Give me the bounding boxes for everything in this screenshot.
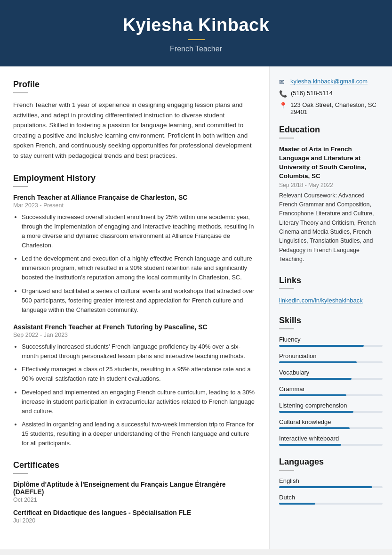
languages-title: Languages xyxy=(279,457,383,467)
phone-text: (516) 518-5114 xyxy=(291,90,333,97)
education-section: Education Master of Arts in French Langu… xyxy=(279,125,383,264)
skills-divider xyxy=(279,328,294,329)
address-text: 123 Oak Street, Charleston, SC 29401 xyxy=(290,101,383,115)
job-title-2: Assistant French Teacher at French Tutor… xyxy=(13,323,256,331)
links-divider xyxy=(279,288,294,289)
language-label: English xyxy=(279,477,383,484)
certificates-section: Certificates Diplôme d'Aptitude à l'Ense… xyxy=(13,460,256,524)
bullet: Successfully increased overall student e… xyxy=(22,212,256,251)
language-bar-fill xyxy=(279,486,372,488)
skill-bar-background xyxy=(279,444,383,446)
linkedin-link[interactable]: linkedin.com/in/kyieshakinback xyxy=(279,297,363,304)
cert-date-1: Oct 2021 xyxy=(13,497,256,503)
edu-date: Sep 2018 - May 2022 xyxy=(279,182,383,188)
skill-bar-fill xyxy=(279,378,352,380)
job-date-1: Mar 2023 - Present xyxy=(13,202,256,209)
bullet: Developed and implemented an engaging Fr… xyxy=(22,388,256,416)
job-item: Assistant French Teacher at French Tutor… xyxy=(13,323,256,448)
education-title: Education xyxy=(279,125,383,135)
skill-bar-background xyxy=(279,378,383,380)
skill-label: Pronunciation xyxy=(279,352,383,359)
languages-divider xyxy=(279,470,294,471)
skill-bar-fill xyxy=(279,345,364,347)
profile-text: French Teacher with 1 year of experience… xyxy=(13,100,256,161)
contact-email-item: ✉ kyiesha.kinback@gmail.com xyxy=(279,78,383,86)
languages-section: Languages English Dutch xyxy=(279,457,383,505)
bullet: Led the development and execution of a h… xyxy=(22,254,256,282)
candidate-name: Kyiesha Kinback xyxy=(9,15,383,35)
cert-title-1: Diplôme d'Aptitude à l'Enseignement du F… xyxy=(13,481,256,496)
skill-item: Interactive whiteboard xyxy=(279,435,383,446)
skill-label: Fluency xyxy=(279,336,383,343)
cert-item: Diplôme d'Aptitude à l'Enseignement du F… xyxy=(13,481,256,503)
certificates-divider xyxy=(13,473,28,474)
employment-divider xyxy=(13,186,28,187)
skill-bar-background xyxy=(279,427,383,429)
right-column: ✉ kyiesha.kinback@gmail.com 📞 (516) 518-… xyxy=(270,66,392,549)
candidate-title: French Teacher xyxy=(9,45,383,53)
body-layout: Profile French Teacher with 1 year of ex… xyxy=(0,66,392,549)
edu-coursework: Relevant Coursework: Advanced French Gra… xyxy=(279,191,383,264)
cert-title-2: Certificat en Didactique des langues - S… xyxy=(13,509,256,516)
email-link[interactable]: kyiesha.kinback@gmail.com xyxy=(290,78,368,85)
skill-item: Fluency xyxy=(279,336,383,347)
job-title-1: French Teacher at Alliance Française de … xyxy=(13,194,256,201)
employment-section: Employment History French Teacher at All… xyxy=(13,173,256,449)
email-icon: ✉ xyxy=(279,78,287,86)
language-bar-fill xyxy=(279,503,315,505)
resume-wrapper: Kyiesha Kinback French Teacher Profile F… xyxy=(0,0,392,549)
location-icon: 📍 xyxy=(279,102,287,109)
skill-bar-fill xyxy=(279,394,346,396)
profile-title: Profile xyxy=(13,80,256,90)
employment-title: Employment History xyxy=(13,173,256,183)
contact-address-item: 📍 123 Oak Street, Charleston, SC 29401 xyxy=(279,101,383,115)
language-item: Dutch xyxy=(279,494,383,505)
skill-bar-fill xyxy=(279,411,353,413)
skill-bar-fill xyxy=(279,444,341,446)
job-date-2: Sep 2022 - Jan 2023 xyxy=(13,332,256,338)
job-bullets-2: Successfully increased students' French … xyxy=(13,342,256,448)
skills-section: Skills Fluency Pronunciation Vocabulary … xyxy=(279,316,383,446)
skill-label: Listening comprehension xyxy=(279,402,383,409)
skill-bar-background xyxy=(279,394,383,396)
skill-bar-fill xyxy=(279,361,357,363)
bullet: Effectively managed a class of 25 studen… xyxy=(22,365,256,384)
skill-label: Cultural knowledge xyxy=(279,418,383,425)
cert-item: Certificat en Didactique des langues - S… xyxy=(13,509,256,524)
job-item: French Teacher at Alliance Française de … xyxy=(13,194,256,315)
skill-bar-background xyxy=(279,411,383,413)
skill-item: Cultural knowledge xyxy=(279,418,383,429)
left-column: Profile French Teacher with 1 year of ex… xyxy=(0,66,270,549)
skill-label: Grammar xyxy=(279,385,383,392)
header-divider xyxy=(188,39,205,40)
skills-title: Skills xyxy=(279,316,383,326)
skill-item: Pronunciation xyxy=(279,352,383,363)
profile-divider xyxy=(13,92,28,93)
contact-phone-item: 📞 (516) 518-5114 xyxy=(279,90,383,98)
header: Kyiesha Kinback French Teacher xyxy=(0,0,392,66)
education-divider xyxy=(279,138,294,139)
links-section: Links linkedin.com/in/kyieshakinback xyxy=(279,276,383,304)
certificates-title: Certificates xyxy=(13,460,256,470)
bullet: Successfully increased students' French … xyxy=(22,342,256,361)
languages-list: English Dutch xyxy=(279,477,383,505)
contact-section: ✉ kyiesha.kinback@gmail.com 📞 (516) 518-… xyxy=(279,78,383,115)
skill-label: Interactive whiteboard xyxy=(279,435,383,442)
skill-item: Vocabulary xyxy=(279,369,383,380)
skill-item: Listening comprehension xyxy=(279,402,383,413)
language-bar-background xyxy=(279,503,383,505)
language-bar-background xyxy=(279,486,383,488)
bullet: Assisted in organizing and leading a suc… xyxy=(22,420,256,448)
skill-label: Vocabulary xyxy=(279,369,383,376)
edu-degree: Master of Arts in French Language and Li… xyxy=(279,145,383,181)
profile-section: Profile French Teacher with 1 year of ex… xyxy=(13,80,256,161)
language-label: Dutch xyxy=(279,494,383,501)
bullet: Organized and facilitated a series of cu… xyxy=(22,286,256,315)
skills-list: Fluency Pronunciation Vocabulary Grammar… xyxy=(279,336,383,446)
skill-item: Grammar xyxy=(279,385,383,396)
links-title: Links xyxy=(279,276,383,286)
skill-bar-background xyxy=(279,345,383,347)
skill-bar-fill xyxy=(279,427,350,429)
language-item: English xyxy=(279,477,383,488)
job-bullets-1: Successfully increased overall student e… xyxy=(13,212,256,315)
